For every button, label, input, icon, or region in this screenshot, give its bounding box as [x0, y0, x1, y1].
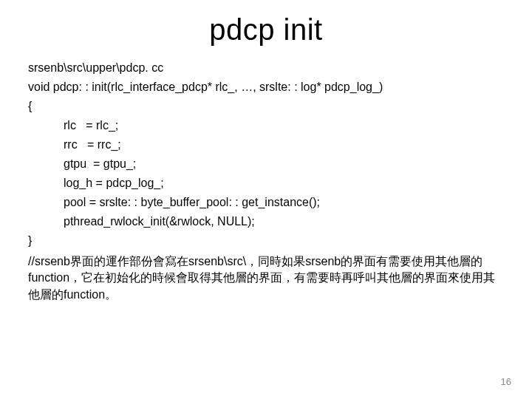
function-signature: void pdcp: : init(rlc_interface_pdcp* rl… — [28, 81, 504, 94]
code-line: log_h = pdcp_log_; — [64, 177, 504, 190]
slide-title: pdcp init — [28, 13, 504, 47]
slide-content: pdcp init srsenb\src\upper\pdcp. cc void… — [0, 0, 532, 303]
page-number: 16 — [501, 376, 511, 387]
code-line: rrc = rrc_; — [64, 138, 504, 151]
file-path: srsenb\src\upper\pdcp. cc — [28, 61, 504, 75]
code-body: rlc = rlc_; rrc = rrc_; gtpu = gtpu_; lo… — [28, 119, 504, 228]
code-line: rlc = rlc_; — [64, 119, 504, 132]
code-line: pthread_rwlock_init(&rwlock, NULL); — [64, 215, 504, 228]
brace-open: { — [28, 100, 504, 113]
comment-text: //srsenb界面的運作部份會寫在srsenb\src\，同時如果srsenb… — [28, 253, 504, 303]
code-line: gtpu = gtpu_; — [64, 157, 504, 171]
brace-close: } — [28, 234, 504, 248]
code-line: pool = srslte: : byte_buffer_pool: : get… — [64, 196, 504, 209]
